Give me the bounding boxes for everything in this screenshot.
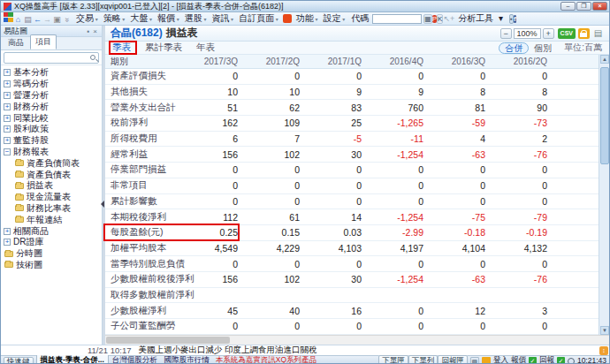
menu-item-設定[interactable]: 設定 ▾ [321,13,348,23]
tree-item-財務報表[interactable]: −財務報表 [3,147,102,158]
menu-item-交易[interactable]: 交易 ▾ [73,13,101,23]
app-grid-icon[interactable] [4,12,13,22]
menu-item-大盤[interactable]: 大盤 ▾ [127,13,155,23]
tree-item-分時圖[interactable]: 分時圖 [3,248,102,260]
scrollbar-thumb[interactable] [600,67,609,164]
hscrollbar-thumb[interactable] [106,337,230,344]
status-button-回報匣[interactable]: 回報匣 [438,355,468,364]
csv-export-button[interactable]: CSV [558,28,576,39]
analysis-tools-menu[interactable]: 分析工具 ▾ [456,12,507,25]
users-icon[interactable]: ▣ [52,15,62,25]
cell-value: 0 [310,259,372,269]
status-tab[interactable]: 損益表-季表-合併... [36,354,109,364]
home-icon[interactable]: ⌂ [13,15,23,25]
expand-icon[interactable]: + [4,125,11,133]
back-icon[interactable]: ← [33,15,42,25]
status-tab[interactable]: 台灣個股分析 [109,355,161,364]
tree-item-營運分析[interactable]: +營運分析 [3,90,102,102]
expand-icon[interactable]: + [4,137,11,144]
menu-item-報價[interactable]: 報價 ▾ [155,13,182,23]
cell-value: 0 [434,321,496,331]
tree-item-年報連結[interactable]: 年報連結 [3,214,102,225]
folder-icon [4,262,13,268]
toggle-合併[interactable]: 合併 [499,42,529,54]
vertical-scrollbar[interactable]: ▲ ▼ [599,55,609,335]
pointer-icon[interactable]: ↖ [443,14,450,23]
tree-item-董監持股[interactable]: +董監持股 [3,135,102,147]
menu-item-選股[interactable]: 選股 ▾ [182,13,210,23]
collapse-icon[interactable]: − [4,148,11,155]
status-lock-icon[interactable] [482,357,491,364]
expand-icon[interactable]: + [4,115,11,122]
crosshair-icon[interactable]: + [450,14,454,23]
star-icon[interactable] [283,14,292,23]
news-ticker[interactable]: 11/21 10:17 美國上週小麥出口減少 印度上調食用油進口關稅 ↕ [1,345,609,355]
tree-item-股利政策[interactable]: +股利政策 [3,124,102,135]
sidebar-tab-項目[interactable]: 項目 [30,34,57,49]
report-title: 損益表 [166,26,198,41]
scroll-down-icon[interactable]: ▼ [600,326,609,335]
expand-icon[interactable]: + [4,80,11,87]
tab-季表[interactable]: 季表 [112,42,131,52]
chevrons-icon[interactable]: » [62,15,72,25]
tree-item-籌碼分析[interactable]: +籌碼分析 [3,79,102,90]
collapse-arrow-icon[interactable] [101,201,104,208]
document-icon[interactable]: ▤ [23,15,33,25]
tree-item-技術圖[interactable]: 技術圖 [3,260,102,271]
pin-icon[interactable]: ▪ [85,27,91,35]
lock-icon[interactable] [578,28,590,39]
facebook-icon[interactable]: f [514,15,516,23]
printer-icon[interactable]: ▤ [592,28,604,39]
zoom-out-button[interactable]: − [500,28,512,39]
tab-累計季表[interactable]: 累計季表 [145,42,182,52]
title-bar[interactable]: XQ操盤高手 [版本 2.33][xqvip001-已登入][2] - [損益表… [1,1,609,12]
expand-icon[interactable]: + [4,69,11,76]
expand-icon[interactable]: + [4,228,11,235]
expand-icon[interactable]: + [4,92,11,99]
tree-item-基本分析[interactable]: +基本分析 [3,67,102,79]
cell-value: 0 [187,321,248,331]
table-row: 取得多數股權前淨利 [105,288,609,304]
tree-item-資產負債簡表[interactable]: 資產負債簡表 [3,157,102,169]
sidebar-tab-商品[interactable]: 商品 [4,36,28,49]
tab-年表[interactable]: 年表 [196,42,215,52]
tree-item-財務比率表[interactable]: 財務比率表 [3,203,102,215]
close-button[interactable]: × [592,2,607,11]
maximize-button[interactable]: ❐ [576,2,591,11]
tree-item-損益表[interactable]: 損益表 [3,180,102,192]
window-icon[interactable]: ▦ [423,14,432,24]
menu-item-策略[interactable]: 策略 ▾ [101,13,128,23]
forward-icon[interactable]: → [42,15,52,25]
login-button[interactable]: 登入 [493,355,508,364]
tree-item-財務分析[interactable]: +財務分析 [3,101,102,112]
tree-item-資產負債表[interactable]: 資產負債表 [3,169,102,180]
code-input[interactable] [372,14,422,24]
tree-item-現金流量表[interactable]: 現金流量表 [3,192,102,203]
cell-value: 61 [248,212,310,223]
status-button-下單匣[interactable]: 下單匣 [378,355,408,364]
menu-item-功能[interactable]: 功能 ▾ [294,13,321,23]
search-input[interactable] [4,52,99,64]
cell-value: 7 [248,133,310,144]
zoom-in-button[interactable]: + [543,28,554,39]
tree-item-DR證庫[interactable]: +DR證庫 [3,237,102,248]
clipboard-icon[interactable]: ▤ [470,357,479,364]
status-button-下單列[interactable]: 下單列 [408,355,438,364]
quick-key-button[interactable]: 快速鍵 [4,357,34,364]
scroll-up-icon[interactable]: ▲ [600,55,609,64]
row-label: 資產評價損失 [105,70,187,82]
news-scroll-icon[interactable]: ↕ [599,346,608,355]
horizontal-scrollbar[interactable] [105,335,609,345]
tree-item-相關商品[interactable]: +相關商品 [3,225,102,237]
cell-value: 102 [248,274,310,284]
folder-icon [15,216,24,223]
toggle-個別[interactable]: 個別 [529,43,557,53]
close-icon[interactable]: × [91,27,99,35]
expand-icon[interactable]: + [4,239,11,246]
minimize-button[interactable]: – [560,2,576,11]
tree-item-同業比較[interactable]: +同業比較 [3,112,102,124]
menu-item-資訊[interactable]: 資訊 ▾ [209,13,236,23]
status-tab[interactable]: 國際股市行情 [161,355,213,364]
expand-icon[interactable]: + [4,103,11,110]
menu-item-自訂頁面[interactable]: 自訂頁面 ▾ [236,13,281,23]
